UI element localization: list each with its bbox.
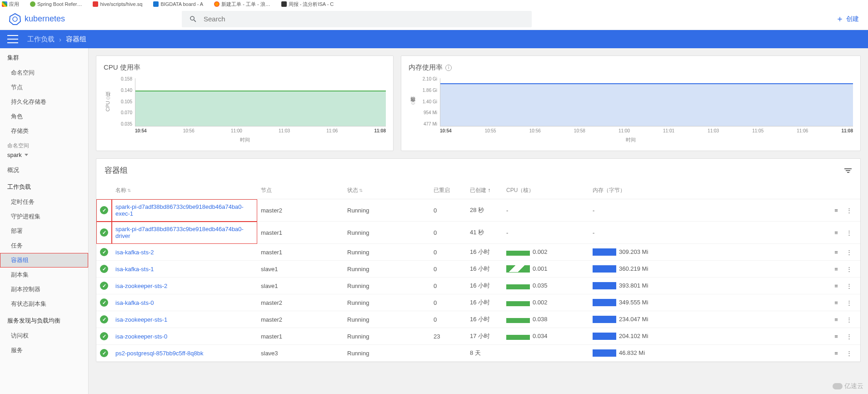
col-name[interactable]: 名称 — [112, 182, 257, 199]
nav-item-deployments[interactable]: 部署 — [0, 224, 88, 238]
spring-icon — [30, 1, 35, 7]
pod-name-link[interactable]: isa-zookeeper-sts-1 — [115, 316, 167, 323]
logs-icon[interactable]: ≡ — [832, 229, 840, 236]
table-row[interactable]: ✓ps2-postgresql-857bb9c5ff-8q8bkslave3Ru… — [96, 345, 860, 362]
logo[interactable]: kubernetes — [9, 13, 182, 25]
pod-age: 16 小时 — [466, 244, 503, 261]
table-row[interactable]: ✓isa-zookeeper-sts-2slave1Running016 小时0… — [96, 278, 860, 294]
more-icon[interactable]: ⋮ — [845, 316, 853, 323]
logs-icon[interactable]: ≡ — [832, 249, 840, 256]
svg-marker-0 — [10, 14, 20, 25]
pod-restarts: 0 — [430, 261, 466, 278]
nav-item-replica-sets[interactable]: 副本集 — [0, 268, 88, 282]
pod-node: slave3 — [257, 345, 344, 362]
logs-icon[interactable]: ≡ — [832, 266, 840, 273]
nav-item-overview[interactable]: 概况 — [0, 163, 88, 177]
mem-ylabel: 内存（字节） — [409, 76, 417, 136]
table-row[interactable]: ✓isa-zookeeper-sts-0master1Running2317 小… — [96, 328, 860, 345]
more-icon[interactable]: ⋮ — [845, 333, 853, 340]
mem-plot — [440, 78, 853, 126]
tab-isa[interactable]: 周报 - 流分析ISA - C — [289, 1, 334, 8]
pod-node: master1 — [257, 328, 344, 345]
search-input[interactable] — [204, 15, 524, 23]
logs-icon[interactable]: ≡ — [832, 207, 840, 214]
pod-node: master2 — [257, 294, 344, 311]
tab-ticket[interactable]: 新建工单 - 工单 - 浪… — [221, 1, 270, 8]
more-icon[interactable]: ⋮ — [845, 249, 853, 256]
nav-section-discovery[interactable]: 服务发现与负载均衡 — [0, 311, 88, 328]
logs-icon[interactable]: ≡ — [832, 333, 840, 340]
nav-section-cluster[interactable]: 集群 — [0, 48, 88, 66]
nav-item-services[interactable]: 服务 — [0, 343, 88, 358]
pod-name-link[interactable]: isa-zookeeper-sts-2 — [115, 283, 167, 289]
nav-item-rc[interactable]: 副本控制器 — [0, 282, 88, 297]
tab-apps[interactable]: 应用 — [9, 1, 19, 8]
nav-item-stateful-sets[interactable]: 有状态副本集 — [0, 297, 88, 311]
pod-restarts: 23 — [430, 328, 466, 345]
pod-name-link[interactable]: spark-pi-d7adf38bd86733c9be918edb46a74ba… — [115, 226, 244, 239]
table-row[interactable]: ✓spark-pi-d7adf38bd86733c9be918edb46a74b… — [96, 199, 860, 222]
pod-mem: - — [589, 222, 684, 244]
nav-item-pods[interactable]: 容器组 — [0, 253, 88, 268]
more-icon[interactable]: ⋮ — [845, 350, 853, 357]
nav-item-cron-jobs[interactable]: 定时任务 — [0, 195, 88, 209]
logs-icon[interactable]: ≡ — [832, 316, 840, 323]
nav-item-daemon-sets[interactable]: 守护进程集 — [0, 209, 88, 224]
tab-bigdata[interactable]: BIGDATA board - A — [160, 1, 203, 7]
pod-node: master2 — [257, 199, 344, 222]
pod-mem: 360.219 Mi — [589, 261, 684, 278]
mem-yticks: 2.10 Gi1.86 Gi1.40 Gi954 Mi477 Mi — [417, 76, 439, 126]
table-row[interactable]: ✓spark-pi-d7adf38bd86733c9be918edb46a74b… — [96, 222, 860, 244]
nav-item-storage-class[interactable]: 存储类 — [0, 124, 88, 138]
nav-item-ingresses[interactable]: 访问权 — [0, 328, 88, 343]
more-icon[interactable]: ⋮ — [845, 207, 853, 214]
logs-icon[interactable]: ≡ — [832, 299, 840, 306]
namespace-select[interactable]: spark — [0, 150, 88, 163]
table-row[interactable]: ✓isa-zookeeper-sts-1master2Running016 小时… — [96, 311, 860, 328]
tab-hive[interactable]: hive/scripts/hive.sq — [100, 1, 142, 7]
table-row[interactable]: ✓isa-kafka-sts-2master1Running016 小时0.00… — [96, 244, 860, 261]
pod-name-link[interactable]: spark-pi-d7adf38bd86733c9be918edb46a74ba… — [115, 203, 244, 217]
nav-item-namespace[interactable]: 命名空间 — [0, 66, 88, 80]
logs-icon[interactable]: ≡ — [832, 350, 840, 357]
pod-name-link[interactable]: ps2-postgresql-857bb9c5ff-8q8bk — [115, 350, 203, 357]
pod-age: 41 秒 — [466, 222, 503, 244]
cpu-sparkline — [506, 333, 530, 340]
pod-name-link[interactable]: isa-kafka-sts-2 — [115, 249, 154, 256]
pod-restarts: 0 — [430, 278, 466, 294]
nav-item-nodes[interactable]: 节点 — [0, 80, 88, 95]
logs-icon[interactable]: ≡ — [832, 283, 840, 289]
search-box[interactable] — [182, 11, 532, 27]
more-icon[interactable]: ⋮ — [845, 283, 853, 289]
col-status[interactable]: 状态 — [344, 182, 430, 199]
pod-name-link[interactable]: isa-kafka-sts-1 — [115, 266, 154, 273]
more-icon[interactable]: ⋮ — [845, 299, 853, 306]
col-cpu[interactable]: CPU（核） — [503, 182, 589, 199]
create-button[interactable]: 创建 — [836, 15, 859, 23]
table-row[interactable]: ✓isa-kafka-sts-1slave1Running016 小时0.001… — [96, 261, 860, 278]
pod-name-link[interactable]: isa-zookeeper-sts-0 — [115, 333, 167, 340]
col-restarts[interactable]: 已重启 — [430, 182, 466, 199]
menu-toggle-icon[interactable] — [7, 35, 18, 43]
search-icon — [189, 15, 197, 23]
pod-name-link[interactable]: isa-kafka-sts-0 — [115, 299, 154, 306]
col-mem[interactable]: 内存（字节） — [589, 182, 684, 199]
col-age[interactable]: 已创建 ↑ — [466, 182, 503, 199]
info-icon[interactable]: i — [445, 65, 452, 71]
nav-section-workloads[interactable]: 工作负载 — [0, 177, 88, 195]
breadcrumb-workloads[interactable]: 工作负载 — [27, 35, 55, 44]
more-icon[interactable]: ⋮ — [845, 266, 853, 273]
nav-item-pv[interactable]: 持久化存储卷 — [0, 95, 88, 109]
more-icon[interactable]: ⋮ — [845, 229, 853, 236]
mem-sparkline — [593, 299, 616, 306]
filter-icon[interactable] — [844, 167, 852, 174]
status-ok-icon: ✓ — [100, 298, 108, 307]
status-ok-icon: ✓ — [100, 265, 108, 273]
nav-item-jobs[interactable]: 任务 — [0, 238, 88, 253]
main-content: CPU 使用率 CPU（核） 0.1580.1400.1050.0700.035… — [89, 48, 868, 394]
nav-item-roles[interactable]: 角色 — [0, 109, 88, 124]
table-row[interactable]: ✓isa-kafka-sts-0master2Running016 小时0.00… — [96, 294, 860, 311]
tab-spring[interactable]: Spring Boot Refer… — [37, 1, 82, 7]
status-ok-icon: ✓ — [100, 206, 108, 214]
col-node[interactable]: 节点 — [257, 182, 344, 199]
